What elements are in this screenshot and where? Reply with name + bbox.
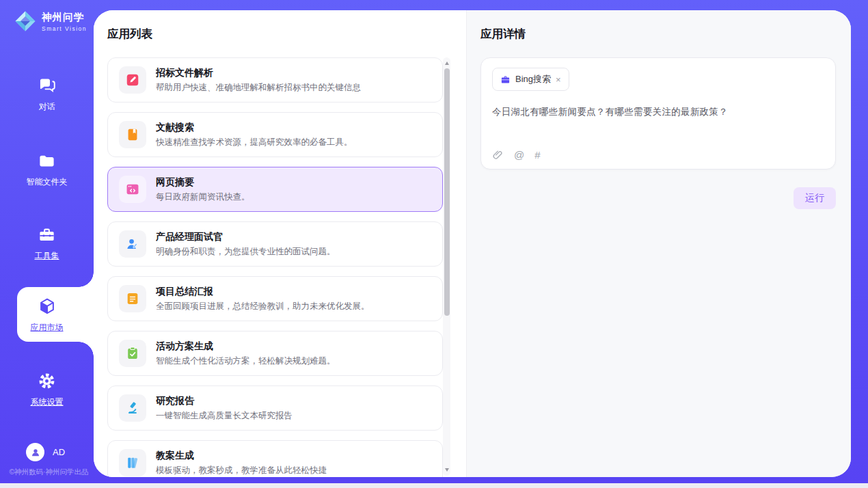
sidebar-item-label: 对话 — [0, 101, 94, 113]
editor-toolbar: @ # — [492, 149, 541, 161]
app-detail-title: 应用详情 — [480, 27, 836, 42]
sidebar-item-label: 工具集 — [0, 250, 94, 262]
app-card-event-plan[interactable]: 活动方案生成 智能生成个性化活动方案，轻松解决规划难题。 — [107, 331, 443, 376]
prompt-editor-card[interactable]: Bing搜索 × 今日湖北有哪些新闻要点？有哪些需要关注的最新政策？ @ # — [480, 57, 836, 170]
tool-tag-label: Bing搜索 — [515, 73, 551, 85]
copyright-text: ©神州数码·神州问学出品 — [4, 467, 94, 477]
sidebar: 神州问学 Smart Vision 对话 智能文件夹 — [0, 0, 94, 483]
brand-logo: 神州问学 Smart Vision — [14, 10, 87, 33]
app-desc: 智能生成个性化活动方案，轻松解决规划难题。 — [156, 355, 336, 367]
app-card-bid-document-parsing[interactable]: 招标文件解析 帮助用户快速、准确地理解和解析招标书中的关键信息 — [107, 57, 443, 103]
sidebar-item-label: 系统设置 — [0, 396, 94, 408]
app-card-web-summary[interactable]: 网页摘要 每日政府新闻资讯快查。 — [107, 167, 443, 212]
user-profile[interactable]: AD — [26, 443, 65, 461]
briefcase-icon — [500, 74, 511, 85]
app-card-pm-interviewer[interactable]: 产品经理面试官 明确身份和职责，为您提供专业性的面试问题。 — [107, 221, 443, 267]
app-desc: 模板驱动，教案秒成，教学准备从此轻松快捷 — [156, 465, 327, 476]
app-name: 文献搜索 — [156, 122, 353, 134]
microscope-icon — [119, 394, 146, 422]
run-button-row: 运行 — [480, 187, 836, 209]
browser-code-icon — [119, 176, 146, 203]
sidebar-item-toolset[interactable]: 工具集 — [0, 226, 94, 262]
folder-icon — [38, 152, 56, 170]
edit-document-icon — [119, 66, 146, 94]
app-list-panel: 应用列表 招标文件解析 帮助用户快速、准确地理解和解析招标书中的关键信息 — [94, 10, 466, 477]
sidebar-item-chat[interactable]: 对话 — [0, 77, 94, 113]
person-icon — [30, 447, 41, 458]
app-name: 项目总结汇报 — [156, 286, 370, 298]
scrollbar-thumb[interactable] — [444, 68, 450, 316]
tool-tag-bing-search[interactable]: Bing搜索 × — [492, 68, 569, 91]
app-name: 网页摘要 — [156, 176, 250, 189]
sidebar-item-settings[interactable]: 系统设置 — [0, 372, 94, 408]
book-icon — [119, 121, 146, 148]
list-scrollbar[interactable] — [443, 57, 450, 476]
app-card-project-summary[interactable]: 项目总结汇报 全面回顾项目进展，总结经验教训，助力未来优化发展。 — [107, 276, 443, 321]
app-frame: 神州问学 Smart Vision 对话 智能文件夹 — [0, 0, 868, 483]
scroll-up-arrow-icon[interactable] — [445, 62, 449, 65]
app-desc: 明确身份和职责，为您提供专业性的面试问题。 — [156, 246, 336, 258]
user-initials: AD — [53, 447, 65, 457]
interviewer-icon — [119, 230, 146, 258]
mention-icon[interactable]: @ — [514, 150, 524, 160]
app-desc: 快速精准查找学术资源，提高研究效率的必备工具。 — [156, 137, 353, 148]
cube-icon — [38, 297, 57, 316]
app-desc: 每日政府新闻资讯快查。 — [156, 191, 250, 203]
app-name: 招标文件解析 — [156, 67, 361, 79]
attachment-icon[interactable] — [492, 149, 504, 161]
clipboard-check-icon — [119, 340, 146, 367]
app-name: 活动方案生成 — [156, 340, 336, 353]
app-list: 招标文件解析 帮助用户快速、准确地理解和解析招标书中的关键信息 文献搜索 — [107, 57, 443, 477]
sidebar-item-label: 应用市场 — [0, 322, 94, 334]
brand-subtitle: Smart Vision — [42, 25, 87, 32]
app-card-research-report[interactable]: 研究报告 一键智能生成高质量长文本研究报告 — [107, 385, 443, 431]
books-icon — [119, 449, 146, 476]
chat-icon — [38, 77, 56, 95]
scroll-down-arrow-icon[interactable] — [445, 468, 449, 472]
app-name: 产品经理面试官 — [156, 231, 336, 243]
main-content: 应用列表 招标文件解析 帮助用户快速、准确地理解和解析招标书中的关键信息 — [94, 10, 851, 477]
toolbox-icon — [38, 226, 56, 244]
app-detail-panel: 应用详情 Bing搜索 × 今日湖北有哪些新闻要点？有哪些需要关注的最新政策？ … — [466, 10, 851, 477]
report-note-icon — [119, 285, 146, 312]
app-desc: 一键智能生成高质量长文本研究报告 — [156, 410, 293, 422]
brand-name: 神州问学 — [42, 11, 87, 24]
app-card-literature-search[interactable]: 文献搜索 快速精准查找学术资源，提高研究效率的必备工具。 — [107, 112, 443, 157]
app-card-lesson-plan[interactable]: 教案生成 模板驱动，教案秒成，教学准备从此轻松快捷 — [107, 440, 443, 477]
app-desc: 帮助用户快速、准确地理解和解析招标书中的关键信息 — [156, 82, 361, 94]
sidebar-item-smart-folder[interactable]: 智能文件夹 — [0, 152, 94, 188]
tag-close-icon[interactable]: × — [556, 75, 561, 84]
run-button[interactable]: 运行 — [794, 187, 836, 209]
app-name: 教案生成 — [156, 450, 327, 462]
sidebar-item-label: 智能文件夹 — [0, 176, 94, 188]
app-list-title: 应用列表 — [107, 27, 152, 42]
avatar — [26, 443, 44, 461]
app-name: 研究报告 — [156, 395, 293, 407]
sidebar-item-app-market[interactable]: 应用市场 — [0, 297, 94, 334]
diamond-logo-icon — [14, 10, 37, 33]
gear-icon — [38, 372, 56, 390]
app-desc: 全面回顾项目进展，总结经验教训，助力未来优化发展。 — [156, 301, 370, 312]
question-text[interactable]: 今日湖北有哪些新闻要点？有哪些需要关注的最新政策？ — [492, 106, 824, 118]
hash-icon[interactable]: # — [534, 150, 540, 160]
